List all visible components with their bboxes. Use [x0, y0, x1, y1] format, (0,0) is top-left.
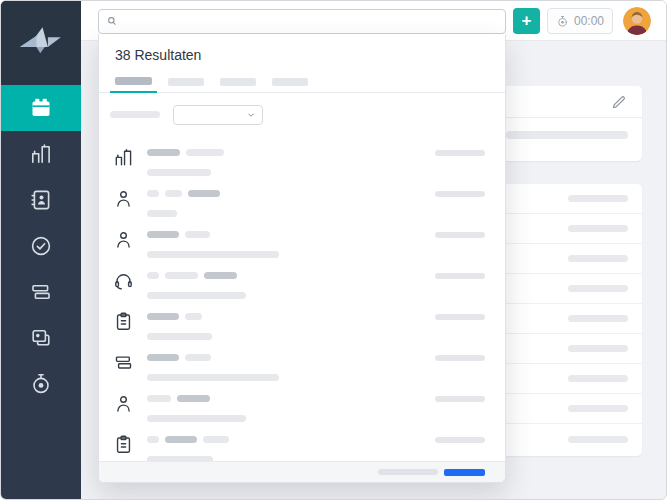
calendar-icon [29, 96, 53, 120]
sidebar-item-companies[interactable] [1, 131, 81, 177]
app-logo[interactable] [1, 1, 81, 85]
text-bar [165, 272, 198, 279]
results-footer [99, 461, 505, 482]
text-line-1 [147, 231, 279, 238]
timer-value: 00:00 [574, 14, 604, 28]
text-bar [147, 210, 177, 217]
text-bar [147, 374, 279, 381]
sidebar-item-contacts[interactable] [1, 177, 81, 223]
check-circle-icon [29, 234, 53, 258]
text-bar [204, 272, 237, 279]
row-text-placeholder [568, 436, 628, 443]
results-header: 38 Resultaten [99, 34, 505, 93]
show-all-results-placeholder[interactable] [444, 469, 485, 476]
tab-label-placeholder [220, 78, 256, 86]
result-item-5-clipboard[interactable] [99, 300, 505, 341]
person-icon [113, 393, 137, 423]
list-card [498, 184, 642, 456]
row-text-placeholder [568, 195, 628, 202]
result-item-2-person[interactable] [99, 177, 505, 218]
detail-text-placeholder [506, 131, 628, 139]
text-line-1 [147, 149, 224, 156]
text-bar [147, 313, 179, 320]
result-text-placeholder [147, 149, 224, 177]
result-item-1-buildings[interactable] [99, 136, 505, 177]
text-line-1 [147, 395, 246, 402]
result-text-placeholder [147, 395, 246, 423]
pinwheel-logo-icon [18, 25, 64, 61]
table-row [498, 304, 642, 334]
text-bar [147, 456, 213, 461]
meta-placeholder [435, 273, 485, 279]
result-text-placeholder [147, 190, 220, 218]
text-bar [177, 395, 210, 402]
detail-card [498, 86, 642, 161]
meta-placeholder [435, 437, 485, 443]
tab-label-placeholder [272, 78, 308, 86]
edit-pencil-icon[interactable] [610, 93, 628, 111]
sidebar-item-time-tracking[interactable] [1, 361, 81, 407]
detail-card-header [498, 86, 642, 118]
row-text-placeholder [568, 345, 628, 352]
result-text-placeholder [147, 231, 279, 259]
sidebar-nav [1, 85, 81, 407]
avatar[interactable] [623, 7, 651, 35]
text-bar [147, 231, 179, 238]
sidebar-item-conversations[interactable] [1, 315, 81, 361]
add-button[interactable]: + [513, 8, 540, 34]
clipboard-icon [113, 434, 137, 461]
results-tab-1[interactable] [110, 77, 157, 93]
table-row [498, 244, 642, 274]
text-line-1 [147, 313, 212, 320]
timer-button[interactable]: 00:00 [547, 8, 613, 34]
result-text-placeholder [147, 354, 279, 382]
table-row [498, 214, 642, 244]
search-input[interactable] [98, 9, 506, 34]
result-text-placeholder [147, 272, 246, 300]
filter-label-placeholder [110, 111, 160, 118]
sidebar-item-calendar[interactable] [1, 85, 81, 131]
meta-placeholder [435, 355, 485, 361]
meta-placeholder [435, 191, 485, 197]
meta-placeholder [435, 150, 485, 156]
buildings-icon [113, 147, 137, 177]
results-tab-3[interactable] [220, 78, 256, 93]
results-list [99, 136, 505, 461]
app-window: + 00:00 38 Resultaten [0, 0, 667, 500]
stacked-cards-icon [113, 352, 137, 382]
result-item-6-stacked-cards[interactable] [99, 341, 505, 382]
sidebar-item-invoices[interactable] [1, 269, 81, 315]
result-text-placeholder [147, 313, 212, 341]
text-bar [185, 231, 210, 238]
person-icon [113, 188, 137, 218]
results-tab-4[interactable] [272, 78, 308, 93]
text-bar [203, 436, 229, 443]
sidebar [1, 1, 81, 499]
table-row [498, 334, 642, 364]
text-bar [165, 190, 182, 197]
text-bar [185, 313, 202, 320]
text-bar [186, 149, 224, 156]
address-book-icon [29, 188, 53, 212]
text-bar [147, 436, 159, 443]
meta-placeholder [435, 232, 485, 238]
result-item-4-headset[interactable] [99, 259, 505, 300]
table-row [498, 184, 642, 214]
table-row [498, 274, 642, 304]
result-text-placeholder [147, 436, 229, 461]
results-filter-row [99, 93, 505, 136]
text-bar [147, 190, 159, 197]
text-bar [147, 272, 159, 279]
result-item-8-clipboard[interactable] [99, 423, 505, 461]
text-bar [147, 169, 211, 176]
text-bar [188, 190, 220, 197]
sidebar-item-tasks[interactable] [1, 223, 81, 269]
text-bar [147, 395, 171, 402]
stacked-cards-icon [29, 280, 53, 304]
filter-select[interactable] [173, 105, 263, 125]
stopwatch-icon [556, 15, 569, 28]
result-item-7-person[interactable] [99, 382, 505, 423]
result-item-3-person[interactable] [99, 218, 505, 259]
tab-label-placeholder [168, 78, 204, 86]
results-tab-2[interactable] [168, 78, 204, 93]
